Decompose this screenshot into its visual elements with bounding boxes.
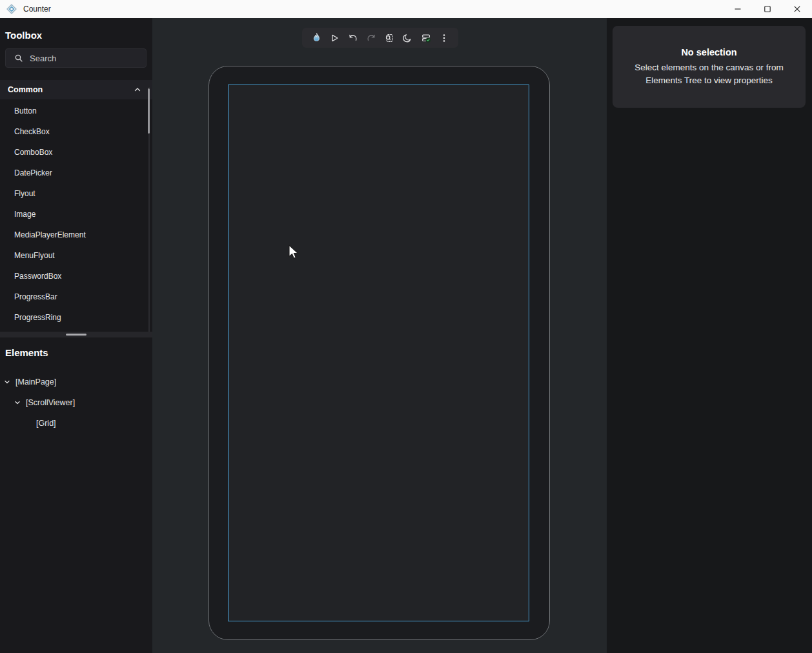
no-selection-card: No selection Select elements on the canv… xyxy=(613,26,806,108)
toolbox-item-combobox[interactable]: ComboBox xyxy=(0,142,148,163)
close-icon xyxy=(793,5,802,14)
tree-item-mainpage[interactable]: [MainPage] xyxy=(0,372,152,392)
section-label: Common xyxy=(8,85,43,94)
elements-tree: [MainPage] [ScrollViewer] [Grid] xyxy=(0,372,152,434)
window-title: Counter xyxy=(23,5,51,14)
toolbox-item-mediaplayerelement[interactable]: MediaPlayerElement xyxy=(0,225,148,245)
left-panel: Toolbox Common Button CheckBox ComboBox … xyxy=(0,18,152,653)
toolbox-item-menuflyout[interactable]: MenuFlyout xyxy=(0,245,148,266)
play-icon xyxy=(329,33,340,43)
chevron-up-icon xyxy=(134,86,141,94)
toolbox-item-checkbox[interactable]: CheckBox xyxy=(0,121,148,142)
hot-reload-flame-icon xyxy=(311,32,322,43)
undo-button[interactable] xyxy=(347,32,359,44)
hot-reload-button[interactable] xyxy=(310,32,322,44)
toolbox-item-progressbar[interactable]: ProgressBar xyxy=(0,286,148,307)
tree-item-label: [ScrollViewer] xyxy=(26,398,75,407)
toolbox-item-image[interactable]: Image xyxy=(0,204,148,225)
maximize-button[interactable] xyxy=(753,0,782,18)
toolbox-item-flyout[interactable]: Flyout xyxy=(0,183,148,204)
zoom-fit-icon xyxy=(384,33,394,43)
theme-toggle-button[interactable] xyxy=(401,32,413,44)
splitter-grip-icon xyxy=(66,334,86,336)
toolbox-item-progressring[interactable]: ProgressRing xyxy=(0,307,148,328)
chevron-down-icon[interactable] xyxy=(14,399,21,406)
minimize-icon xyxy=(733,5,742,14)
properties-panel: No selection Select elements on the canv… xyxy=(607,18,812,653)
more-options-button[interactable] xyxy=(438,32,450,44)
search-icon xyxy=(14,54,23,63)
titlebar: Counter xyxy=(0,0,812,18)
app-logo-icon xyxy=(6,4,17,14)
design-canvas[interactable] xyxy=(152,18,607,653)
tree-item-scrollviewer[interactable]: [ScrollViewer] xyxy=(0,392,152,413)
theme-moon-icon xyxy=(402,33,412,43)
panel-splitter[interactable] xyxy=(0,332,152,337)
tree-item-grid[interactable]: [Grid] xyxy=(0,413,152,434)
zoom-fit-button[interactable] xyxy=(383,32,395,44)
tree-item-label: [Grid] xyxy=(36,419,56,428)
play-button[interactable] xyxy=(329,32,340,44)
connected-status-icon xyxy=(421,33,431,43)
search-input[interactable] xyxy=(30,54,133,63)
canvas-toolbar xyxy=(302,28,458,48)
toolbox-item-list: Button CheckBox ComboBox DatePicker Flyo… xyxy=(0,101,148,328)
toolbox-title: Toolbox xyxy=(5,30,42,41)
more-vertical-icon xyxy=(439,33,449,43)
undo-icon xyxy=(348,33,358,43)
no-selection-message: Select elements on the canvas or from El… xyxy=(626,61,793,87)
no-selection-title: No selection xyxy=(613,47,806,57)
redo-button[interactable] xyxy=(365,32,377,44)
toolbox-scrollbar-thumb[interactable] xyxy=(148,88,150,134)
toolbox-item-button[interactable]: Button xyxy=(0,101,148,121)
search-box[interactable] xyxy=(5,48,147,68)
connected-status-button[interactable] xyxy=(420,32,432,44)
elements-title: Elements xyxy=(5,347,48,358)
close-button[interactable] xyxy=(782,0,812,18)
device-frame xyxy=(208,66,550,640)
maximize-icon xyxy=(763,5,772,14)
toolbox-item-passwordbox[interactable]: PasswordBox xyxy=(0,266,148,286)
minimize-button[interactable] xyxy=(723,0,753,18)
tree-item-label: [MainPage] xyxy=(15,377,56,387)
toolbox-section-common[interactable]: Common xyxy=(0,80,152,99)
page-root-grid[interactable] xyxy=(228,85,529,621)
chevron-down-icon[interactable] xyxy=(4,379,10,385)
toolbox-item-datepicker[interactable]: DatePicker xyxy=(0,163,148,183)
redo-icon xyxy=(366,33,376,43)
